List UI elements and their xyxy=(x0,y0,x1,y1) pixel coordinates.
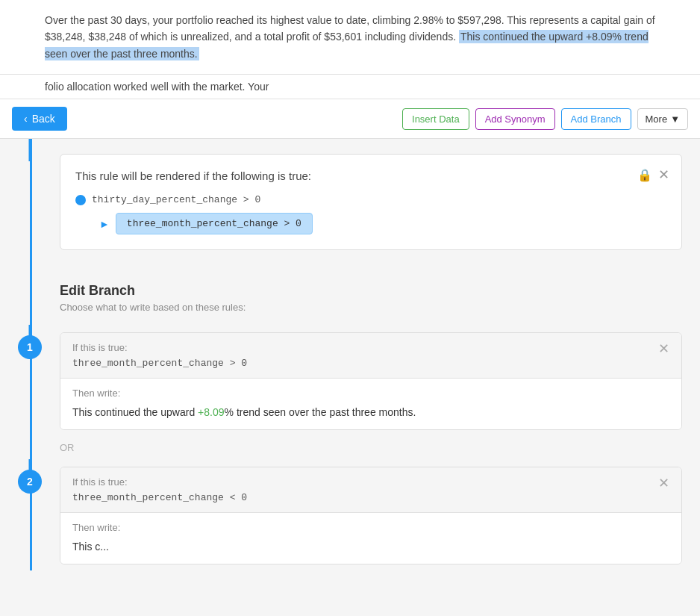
condition-item-1: thirty_day_percent_change > 0 xyxy=(75,194,666,205)
rule-condition-row: This rule will be rendered if the follow… xyxy=(0,139,700,268)
branch-2-if-label: If this is true: xyxy=(72,476,652,488)
branch-1-if-condition: three_month_percent_change > 0 xyxy=(72,358,652,369)
edit-branch-subtitle: Choose what to write based on these rule… xyxy=(60,302,682,313)
branch-1-then-text: This continued the upward +8.09% trend s… xyxy=(72,405,669,420)
second-paragraph-partial: folio allocation worked well with the ma… xyxy=(45,81,269,93)
then-2-ellipsis: ... xyxy=(100,541,109,553)
branch-card-2: If this is true: three_month_percent_cha… xyxy=(60,467,682,564)
branch-2-then-section: Then write: This c... xyxy=(60,513,681,564)
condition-pill-2[interactable]: three_month_percent_change > 0 xyxy=(116,213,313,234)
branch-2-number: 2 xyxy=(18,470,42,494)
branch-card-1: If this is true: three_month_percent_cha… xyxy=(60,332,682,430)
branch-2-row: 2 If this is true: three_month_percent_c… xyxy=(0,459,700,570)
condition-arrow-icon: ► xyxy=(99,218,110,230)
lock-icon: 🔒 xyxy=(637,168,652,182)
chevron-down-icon: ▼ xyxy=(670,113,680,125)
rule-condition-section: This rule will be rendered if the follow… xyxy=(60,139,700,268)
branch-1-then-section: Then write: This continued the upward +8… xyxy=(60,379,681,429)
top-text-area: Over the past 30 days, your portfolio re… xyxy=(0,0,700,75)
branch-2-content: If this is true: three_month_percent_cha… xyxy=(60,459,700,570)
branch-2-then-text: This c... xyxy=(72,539,669,555)
condition-text-1: thirty_day_percent_change > 0 xyxy=(92,194,260,205)
branch-2-timeline: 2 xyxy=(0,459,60,494)
branch-1-if-content: If this is true: three_month_percent_cha… xyxy=(72,342,652,369)
back-label: Back xyxy=(32,113,55,125)
or-divider: OR xyxy=(60,436,700,459)
branch-1-content: If this is true: three_month_percent_cha… xyxy=(60,325,700,436)
back-button[interactable]: ‹ Back xyxy=(12,107,67,131)
more-button[interactable]: More ▼ xyxy=(637,108,689,130)
rule-condition-close-icon[interactable]: ✕ xyxy=(658,167,669,183)
edit-branch-header: Edit Branch Choose what to write based o… xyxy=(0,268,700,313)
add-synonym-button[interactable]: Add Synonym xyxy=(475,108,555,130)
then-text-before: This continued the upward xyxy=(72,406,198,418)
branch-1-row: 1 If this is true: three_month_percent_c… xyxy=(0,325,700,436)
branch-1-close-icon[interactable]: ✕ xyxy=(658,342,669,355)
branch-2-if-content: If this is true: three_month_percent_cha… xyxy=(72,476,652,503)
branch-2-if-section: If this is true: three_month_percent_cha… xyxy=(60,467,681,513)
branch-2-close-icon[interactable]: ✕ xyxy=(658,476,669,490)
branch-1-number: 1 xyxy=(18,335,42,359)
main-content: This rule will be rendered if the follow… xyxy=(0,139,700,570)
branch-1-timeline: 1 xyxy=(0,325,60,359)
rule-condition-box: This rule will be rendered if the follow… xyxy=(60,154,682,250)
branch-2-then-label: Then write: xyxy=(72,522,669,533)
branch-1-then-label: Then write: xyxy=(72,388,669,399)
rule-timeline-col xyxy=(0,139,60,161)
then-text-after: % trend seen over the past three months. xyxy=(225,406,416,418)
branch-1-if-label: If this is true: xyxy=(72,342,652,353)
condition-dot-1 xyxy=(75,195,86,205)
insert-data-button[interactable]: Insert Data xyxy=(402,108,469,130)
more-label: More xyxy=(646,113,668,125)
then-value: +8.09 xyxy=(198,406,224,418)
branch-2-if-condition: three_month_percent_change < 0 xyxy=(72,492,652,503)
add-branch-button[interactable]: Add Branch xyxy=(561,108,631,130)
branch-1-if-section: If this is true: three_month_percent_cha… xyxy=(60,333,681,379)
rule-condition-actions: 🔒 ✕ xyxy=(637,167,669,183)
edit-branch-title: Edit Branch xyxy=(60,283,682,299)
back-chevron-icon: ‹ xyxy=(24,113,28,125)
toolbar: ‹ Back Insert Data Add Synonym Add Branc… xyxy=(0,99,700,139)
then-2-text-partial: This c xyxy=(72,541,100,553)
rule-condition-title: This rule will be rendered if the follow… xyxy=(75,169,666,182)
condition-item-2: ► three_month_percent_change > 0 xyxy=(99,213,666,234)
